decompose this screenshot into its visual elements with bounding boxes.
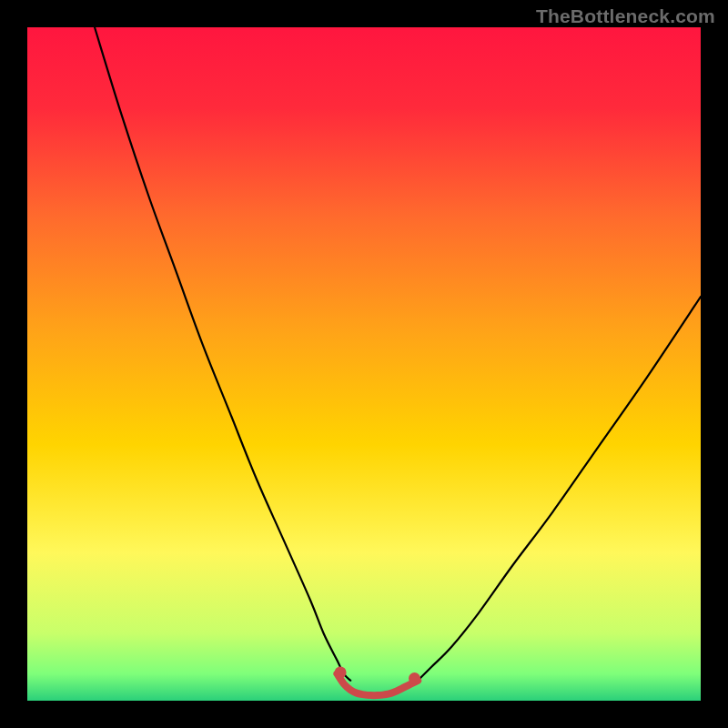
watermark-text: TheBottleneck.com [536,5,715,27]
chart-frame: TheBottleneck.com [0,0,728,728]
series-trough [337,673,418,695]
series-left-curve [95,27,350,681]
trough-cap-point [409,672,420,684]
plot-area [27,27,701,701]
series-right-curve [418,297,701,681]
curves-layer [27,27,701,701]
trough-cap-point [335,666,347,678]
